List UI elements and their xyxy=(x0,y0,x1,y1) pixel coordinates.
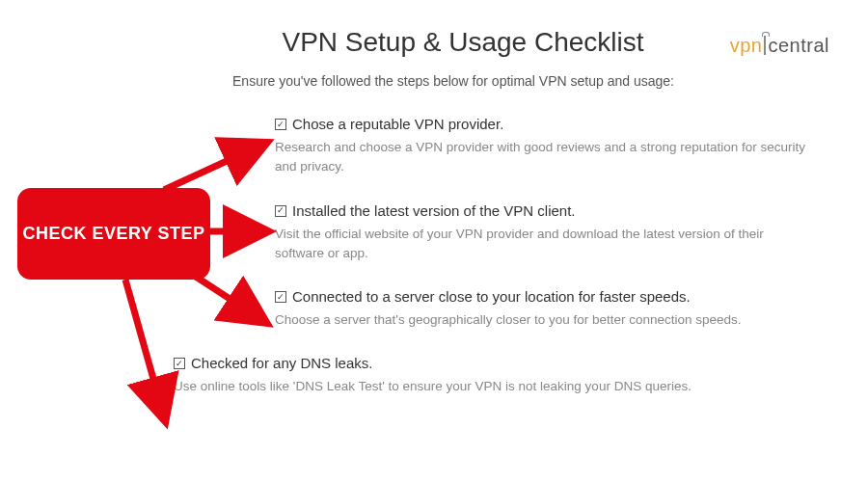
checklist-item: ✓ Checked for any DNS leaks. Use online … xyxy=(0,355,868,396)
checkbox-icon[interactable]: ✓ xyxy=(174,358,185,369)
annotation-callout: CHECK EVERY STEP xyxy=(17,188,210,280)
logo-part-central: central xyxy=(768,35,829,56)
checklist-item-title: Checked for any DNS leaks. xyxy=(191,355,372,371)
checklist-item-description: Choose a server that's geographically cl… xyxy=(275,310,810,330)
checkbox-icon[interactable]: ✓ xyxy=(275,205,286,217)
checklist-item-description: Visit the official website of your VPN p… xyxy=(275,225,810,264)
checklist-item-title: Installed the latest version of the VPN … xyxy=(292,202,576,219)
logo-divider-icon xyxy=(764,36,766,55)
checklist-item-title: Chose a reputable VPN provider. xyxy=(292,116,503,132)
checklist-item-description: Research and choose a VPN provider with … xyxy=(275,138,810,177)
checklist-item-description: Use online tools like 'DNS Leak Test' to… xyxy=(174,377,810,396)
brand-logo: vpncentral xyxy=(730,35,829,57)
checklist-item: ✓ Chose a reputable VPN provider. Resear… xyxy=(275,116,810,177)
page-subtitle: Ensure you've followed the steps below f… xyxy=(0,73,868,89)
checkbox-icon[interactable]: ✓ xyxy=(275,119,286,130)
checklist-item: ✓ Installed the latest version of the VP… xyxy=(275,202,810,264)
checklist-item: ✓ Connected to a server close to your lo… xyxy=(275,288,810,330)
logo-part-vpn: vpn xyxy=(730,35,763,56)
annotation-callout-text: CHECK EVERY STEP xyxy=(22,223,204,245)
checkbox-icon[interactable]: ✓ xyxy=(275,291,286,303)
checklist-item-title: Connected to a server close to your loca… xyxy=(292,288,691,305)
